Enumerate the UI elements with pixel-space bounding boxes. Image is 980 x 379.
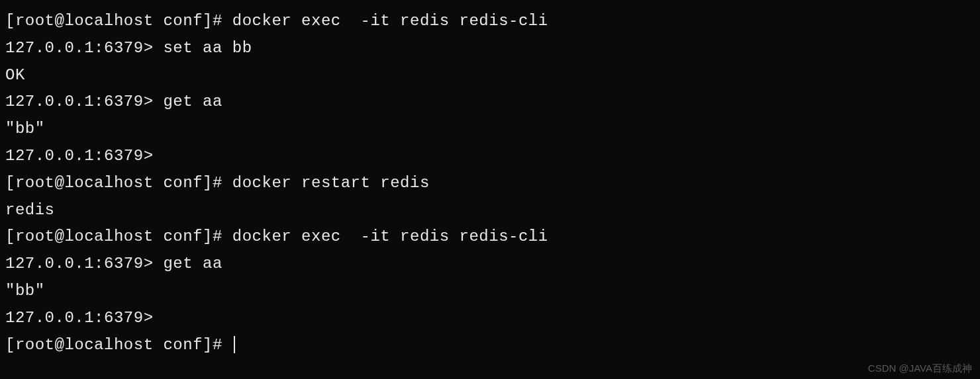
shell-prompt: [root@localhost conf]# [5, 174, 232, 192]
terminal-line: "bb" [5, 116, 975, 143]
command-text: docker exec -it redis redis-cli [232, 12, 548, 30]
watermark-text: CSDN @JAVA百练成神 [868, 360, 972, 377]
redis-prompt: 127.0.0.1:6379> [5, 255, 163, 273]
terminal-line: 127.0.0.1:6379> [5, 143, 975, 170]
terminal-line: 127.0.0.1:6379> get aa [5, 89, 975, 116]
terminal-line: 127.0.0.1:6379> get aa [5, 251, 975, 278]
output-text: "bb" [5, 282, 45, 300]
terminal-line: 127.0.0.1:6379> [5, 305, 975, 332]
shell-prompt: [root@localhost conf]# [5, 228, 232, 245]
redis-prompt: 127.0.0.1:6379> [5, 39, 163, 57]
command-text: get aa [163, 255, 222, 273]
terminal-line: OK [5, 62, 975, 89]
terminal-line: [root@localhost conf]# docker exec -it r… [5, 224, 975, 251]
command-text: get aa [163, 93, 222, 110]
output-text: OK [5, 66, 25, 84]
shell-prompt: [root@localhost conf]# [5, 336, 232, 354]
shell-prompt: [root@localhost conf]# [5, 12, 232, 30]
redis-prompt: 127.0.0.1:6379> [5, 309, 163, 327]
terminal-output[interactable]: [root@localhost conf]# docker exec -it r… [5, 8, 975, 358]
terminal-line: [root@localhost conf]# docker exec -it r… [5, 8, 975, 35]
redis-prompt: 127.0.0.1:6379> [5, 147, 163, 165]
output-text: redis [5, 201, 55, 219]
cursor-icon [234, 336, 235, 353]
command-text: docker restart redis [232, 174, 430, 192]
terminal-line: 127.0.0.1:6379> set aa bb [5, 35, 975, 62]
terminal-line: [root@localhost conf]# [5, 332, 975, 359]
command-text: docker exec -it redis redis-cli [232, 228, 548, 245]
terminal-line: [root@localhost conf]# docker restart re… [5, 170, 975, 197]
command-text: set aa bb [163, 39, 252, 57]
redis-prompt: 127.0.0.1:6379> [5, 93, 163, 110]
terminal-line: "bb" [5, 278, 975, 305]
terminal-line: redis [5, 197, 975, 224]
output-text: "bb" [5, 120, 45, 138]
